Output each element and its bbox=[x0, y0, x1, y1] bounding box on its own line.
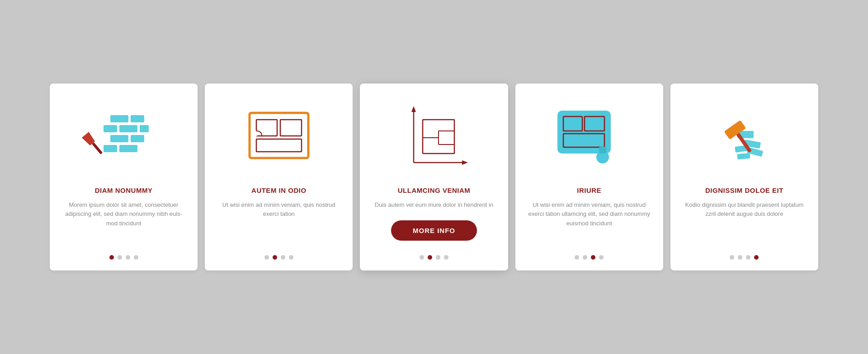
card-4-title: IRIURE bbox=[577, 186, 601, 194]
more-info-button[interactable]: MORE INFO bbox=[391, 220, 477, 241]
dot bbox=[118, 255, 122, 260]
card-4-icon bbox=[553, 102, 625, 174]
svg-rect-14 bbox=[256, 139, 302, 152]
card-1: DIAM NONUMMY Morem ipsum dolor sit amet,… bbox=[50, 84, 198, 271]
dot bbox=[420, 255, 424, 260]
dot bbox=[591, 255, 595, 260]
dot bbox=[730, 255, 734, 260]
card-2: AUTEM IN ODIO Ut wisi enim ad minim veni… bbox=[205, 84, 353, 271]
dot bbox=[599, 255, 604, 260]
svg-rect-1 bbox=[131, 115, 144, 122]
card-3: ULLAMCING VENIAM Duis autem vel eum iriu… bbox=[360, 84, 508, 271]
svg-rect-9 bbox=[92, 142, 103, 154]
card-2-text: Ut wisi enim ad minim veniam, quis nostr… bbox=[216, 200, 342, 241]
dot bbox=[289, 255, 293, 260]
card-2-icon bbox=[243, 102, 315, 174]
svg-rect-0 bbox=[110, 115, 128, 122]
card-5-title: DIGNISSIM DOLOE EIT bbox=[705, 186, 783, 194]
card-1-icon bbox=[88, 102, 160, 174]
svg-rect-6 bbox=[131, 135, 144, 142]
svg-rect-7 bbox=[104, 145, 117, 152]
card-5-icon bbox=[708, 102, 780, 174]
dot bbox=[746, 255, 750, 260]
svg-rect-12 bbox=[256, 120, 277, 136]
dot bbox=[436, 255, 440, 260]
card-3-dots bbox=[420, 252, 448, 260]
dot bbox=[281, 255, 285, 260]
card-2-title: AUTEM IN ODIO bbox=[251, 186, 307, 194]
dot bbox=[134, 255, 138, 260]
svg-rect-3 bbox=[119, 125, 137, 132]
dot bbox=[126, 255, 130, 260]
card-5-dots bbox=[730, 252, 759, 260]
svg-rect-4 bbox=[140, 125, 149, 132]
svg-rect-34 bbox=[737, 153, 750, 159]
svg-marker-17 bbox=[411, 106, 416, 112]
card-3-icon bbox=[398, 102, 470, 174]
dot bbox=[575, 255, 579, 260]
svg-rect-5 bbox=[110, 135, 128, 142]
card-1-text: Morem ipsum dolor sit amet, consectetuer… bbox=[61, 200, 187, 241]
dot bbox=[273, 255, 277, 260]
dot bbox=[264, 255, 269, 260]
svg-rect-2 bbox=[104, 125, 117, 132]
dot bbox=[109, 255, 114, 260]
dot bbox=[754, 255, 759, 260]
svg-rect-8 bbox=[119, 145, 137, 152]
card-1-title: DIAM NONUMMY bbox=[95, 186, 153, 194]
card-5-text: Kodio dignissim qui blandit praesent lup… bbox=[681, 200, 807, 241]
dot bbox=[583, 255, 587, 260]
card-3-text: Duis autem vel eum iriure dolor in hendr… bbox=[375, 200, 493, 210]
card-2-dots bbox=[264, 252, 293, 260]
card-4-text: Ut wisi enim ad minim veniam, quis nostr… bbox=[526, 200, 652, 241]
dot bbox=[428, 255, 432, 260]
card-3-title: ULLAMCING VENIAM bbox=[398, 186, 471, 194]
dot bbox=[738, 255, 742, 260]
card-4: IRIURE Ut wisi enim ad minim veniam, qui… bbox=[515, 84, 663, 271]
svg-rect-13 bbox=[280, 120, 302, 136]
svg-rect-21 bbox=[439, 131, 454, 144]
cards-container: DIAM NONUMMY Morem ipsum dolor sit amet,… bbox=[50, 84, 818, 271]
card-5: DIGNISSIM DOLOE EIT Kodio dignissim qui … bbox=[670, 84, 818, 271]
svg-rect-29 bbox=[599, 147, 606, 154]
dot bbox=[444, 255, 448, 260]
card-1-dots bbox=[109, 252, 138, 260]
svg-marker-19 bbox=[462, 160, 468, 165]
card-4-dots bbox=[575, 252, 604, 260]
